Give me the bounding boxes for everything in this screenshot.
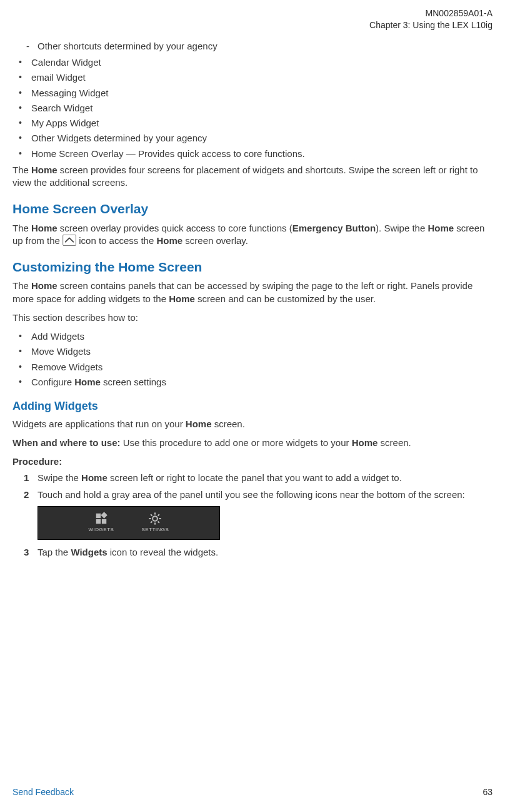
procedure-label: Procedure: bbox=[12, 455, 492, 468]
text: Configure bbox=[31, 377, 74, 387]
text: ). Swipe the bbox=[376, 223, 428, 233]
overlay-paragraph: The Home screen overlay provides quick a… bbox=[12, 222, 492, 248]
svg-line-11 bbox=[158, 522, 159, 523]
text-bold: Home bbox=[428, 223, 454, 233]
svg-rect-3 bbox=[102, 519, 106, 524]
settings-toolbar-item: SETTINGS bbox=[141, 512, 169, 534]
svg-rect-0 bbox=[63, 235, 76, 245]
list-item: Configure Home screen settings bbox=[12, 376, 492, 388]
list-item: email Widget bbox=[12, 71, 492, 84]
text-bold: Home bbox=[74, 377, 101, 387]
text: screen. bbox=[378, 437, 411, 448]
text-bold: Widgets bbox=[71, 547, 107, 557]
text: screen left or right to locate the panel… bbox=[108, 472, 402, 483]
customize-list: Add Widgets Move Widgets Remove Widgets … bbox=[12, 330, 492, 388]
procedure-steps-cont: Tap the Widgets icon to reveal the widge… bbox=[12, 546, 492, 559]
text-bold: Home bbox=[31, 280, 58, 291]
text: Tap the bbox=[38, 547, 71, 557]
page-number: 63 bbox=[482, 786, 492, 798]
text-bold: Home bbox=[156, 235, 182, 246]
text: The bbox=[12, 280, 31, 291]
text-bold: Home bbox=[352, 437, 378, 448]
home-screens-paragraph: The Home screen provides four screens fo… bbox=[12, 164, 492, 190]
list-item: Other Widgets determined by your agency bbox=[12, 132, 492, 145]
section-customizing: Customizing the Home Screen bbox=[12, 258, 492, 276]
settings-label: SETTINGS bbox=[141, 527, 169, 534]
svg-rect-2 bbox=[96, 519, 101, 524]
text-bold: Emergency Button bbox=[292, 223, 376, 233]
text: The bbox=[12, 165, 31, 175]
list-item: My Apps Widget bbox=[12, 117, 492, 129]
text-bold: Home bbox=[31, 165, 58, 175]
widgets-label: WIDGETS bbox=[89, 527, 114, 534]
send-feedback-link[interactable]: Send Feedback bbox=[12, 786, 74, 798]
list-item: Calendar Widget bbox=[12, 56, 492, 69]
text-bold: Home bbox=[31, 223, 58, 233]
list-item: Search Widget bbox=[12, 102, 492, 114]
svg-point-5 bbox=[153, 517, 158, 522]
text: icon to reveal the widgets. bbox=[108, 547, 219, 557]
widgets-icon bbox=[94, 512, 108, 525]
list-item: Move Widgets bbox=[12, 345, 492, 358]
adding-p2: When and where to use: Use this procedur… bbox=[12, 437, 492, 449]
text: The bbox=[12, 223, 31, 233]
gear-icon bbox=[148, 512, 162, 525]
svg-line-10 bbox=[151, 514, 152, 515]
text-bold: Home bbox=[81, 472, 108, 483]
widgets-settings-toolbar: WIDGETS SETTINGS bbox=[38, 506, 220, 540]
svg-rect-1 bbox=[96, 514, 101, 518]
text: Swipe the bbox=[38, 472, 81, 483]
doc-id: MN002859A01-A bbox=[12, 8, 492, 19]
list-item: Other shortcuts determined by your agenc… bbox=[12, 40, 492, 53]
procedure-step: Swipe the Home screen left or right to l… bbox=[12, 472, 492, 484]
text: screen provides four screens for placeme… bbox=[12, 165, 478, 188]
text: Use this procedure to add one or more wi… bbox=[121, 437, 352, 448]
page-header: MN002859A01-A Chapter 3: Using the LEX L… bbox=[12, 8, 492, 31]
procedure-step: Touch and hold a gray area of the panel … bbox=[12, 489, 492, 501]
section-adding-widgets: Adding Widgets bbox=[12, 398, 492, 414]
customize-p1: The Home screen contains panels that can… bbox=[12, 280, 492, 305]
list-item: Remove Widgets bbox=[12, 361, 492, 373]
text: Widgets are applications that run on you… bbox=[12, 419, 186, 429]
home-icon bbox=[62, 235, 76, 246]
widget-list: Calendar Widget email Widget Messaging W… bbox=[12, 56, 492, 160]
text: screen overlay provides quick access to … bbox=[58, 223, 292, 233]
text-bold: Home bbox=[186, 419, 212, 429]
chapter-title: Chapter 3: Using the LEX L10ig bbox=[12, 19, 492, 31]
list-item: Add Widgets bbox=[12, 330, 492, 343]
widgets-toolbar-item: WIDGETS bbox=[89, 512, 114, 534]
list-item: Home Screen Overlay — Provides quick acc… bbox=[12, 148, 492, 160]
shortcut-sublist: Other shortcuts determined by your agenc… bbox=[12, 40, 492, 53]
svg-line-13 bbox=[151, 522, 152, 523]
list-item: Messaging Widget bbox=[12, 87, 492, 99]
text: screen overlay. bbox=[182, 235, 248, 246]
text: screen and can be customized by the user… bbox=[195, 293, 376, 304]
procedure-steps: Swipe the Home screen left or right to l… bbox=[12, 472, 492, 501]
svg-rect-4 bbox=[101, 512, 107, 519]
text: screen settings bbox=[101, 377, 166, 387]
section-home-screen-overlay: Home Screen Overlay bbox=[12, 200, 492, 218]
text: icon to access the bbox=[76, 235, 156, 246]
text: screen. bbox=[212, 419, 245, 429]
when-where-label: When and where to use: bbox=[12, 437, 121, 448]
procedure-step: Tap the Widgets icon to reveal the widge… bbox=[12, 546, 492, 559]
text-bold: Home bbox=[169, 293, 195, 304]
customize-p2: This section describes how to: bbox=[12, 312, 492, 324]
svg-line-12 bbox=[158, 514, 159, 515]
adding-p1: Widgets are applications that run on you… bbox=[12, 418, 492, 430]
